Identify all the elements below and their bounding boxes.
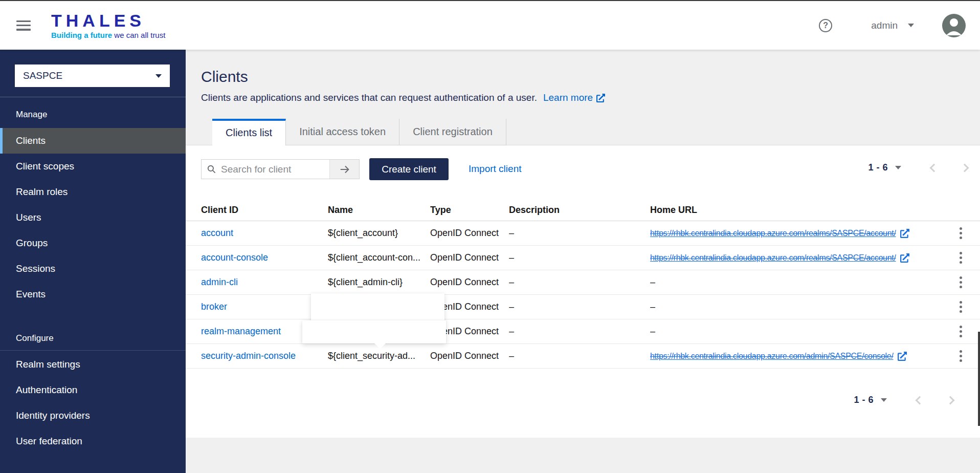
client-id-link[interactable]: admin-cli bbox=[201, 277, 238, 287]
client-description-cell: – bbox=[509, 252, 650, 263]
search-input[interactable] bbox=[221, 164, 324, 175]
sidebar-item-authentication[interactable]: Authentication bbox=[0, 377, 186, 403]
sidebar-item-identity-providers[interactable]: Identity providers bbox=[0, 403, 186, 428]
kebab-menu-button[interactable] bbox=[956, 273, 965, 291]
client-name-cell: ${client_security-ad... bbox=[328, 351, 430, 361]
scrollbar-thumb[interactable] bbox=[978, 332, 980, 426]
kebab-menu-button[interactable] bbox=[956, 249, 965, 267]
previous-page-button[interactable] bbox=[916, 396, 924, 404]
brand-name: THALES bbox=[51, 12, 165, 29]
client-id-link[interactable]: account-console bbox=[201, 252, 268, 263]
clients-list-panel: Create client Import client 1 - 6 Client… bbox=[186, 145, 980, 438]
external-link-icon bbox=[900, 229, 909, 238]
column-header-home-url: Home URL bbox=[650, 205, 946, 216]
tooltip-popup bbox=[311, 293, 444, 320]
external-link-icon bbox=[900, 253, 909, 263]
client-type-cell: OpenID Connect bbox=[430, 252, 509, 263]
home-url-link[interactable]: https://rhbk.centralindia.cloudapp.azure… bbox=[650, 352, 894, 361]
next-page-button[interactable] bbox=[946, 396, 955, 404]
thales-logo: THALES Building a future we can all trus… bbox=[51, 12, 165, 39]
home-url-empty: – bbox=[650, 302, 655, 312]
client-description-cell: – bbox=[509, 351, 650, 361]
tab-initial-access-token[interactable]: Initial access token bbox=[286, 119, 399, 145]
sidebar-item-groups[interactable]: Groups bbox=[0, 230, 186, 256]
client-id-link[interactable]: broker bbox=[201, 302, 227, 312]
learn-more-label: Learn more bbox=[543, 92, 593, 103]
sidebar-item-realm-roles[interactable]: Realm roles bbox=[0, 179, 186, 205]
page-description: Clients are applications and services th… bbox=[201, 92, 537, 103]
external-link-icon bbox=[596, 94, 605, 102]
avatar[interactable] bbox=[942, 14, 966, 37]
pagination-caret-icon[interactable] bbox=[895, 166, 901, 169]
kebab-menu-button[interactable] bbox=[956, 224, 965, 242]
sidebar-item-user-federation[interactable]: User federation bbox=[0, 428, 186, 454]
sidebar-section-configure: Configure bbox=[16, 333, 54, 343]
table-body: account${client_account}OpenID Connect–h… bbox=[186, 221, 980, 369]
client-description-cell: – bbox=[509, 302, 650, 312]
sidebar-item-clients[interactable]: Clients bbox=[0, 128, 186, 154]
client-id-link[interactable]: account bbox=[201, 228, 233, 238]
table-row-account: account${client_account}OpenID Connect–h… bbox=[186, 221, 980, 246]
realm-selector[interactable]: SASPCE bbox=[15, 64, 170, 87]
external-link-icon bbox=[898, 352, 907, 361]
client-name-cell: ${client_admin-cli} bbox=[328, 277, 430, 288]
table-row-account-console: account-console${client_account-con...Op… bbox=[186, 246, 980, 270]
column-header-name: Name bbox=[328, 205, 430, 216]
search-box bbox=[202, 160, 329, 179]
tab-client-registration[interactable]: Client registration bbox=[399, 119, 506, 145]
sidebar-item-realm-settings[interactable]: Realm settings bbox=[0, 352, 186, 377]
next-page-button[interactable] bbox=[961, 163, 969, 172]
client-id-link[interactable]: realm-management bbox=[201, 326, 281, 336]
pagination-range[interactable]: 1 - 6 bbox=[868, 162, 888, 173]
pagination-bottom: 1 - 6 bbox=[854, 395, 953, 405]
pagination-caret-icon[interactable] bbox=[881, 398, 887, 402]
sidebar-divider bbox=[0, 97, 186, 97]
client-type-cell: OpenID Connect bbox=[430, 277, 509, 288]
home-url-link[interactable]: https://rhbk.centralindia.cloudapp.azure… bbox=[650, 229, 896, 238]
learn-more-link[interactable]: Learn more bbox=[543, 92, 605, 103]
kebab-menu-button[interactable] bbox=[956, 298, 965, 316]
tab-clients-list[interactable]: Clients list bbox=[212, 119, 286, 145]
table-header-row: Client IDNameTypeDescriptionHome URL bbox=[186, 200, 980, 221]
client-description-cell: – bbox=[509, 326, 650, 337]
app-header: THALES Building a future we can all trus… bbox=[0, 0, 980, 50]
realm-selector-value: SASPCE bbox=[23, 70, 62, 81]
user-menu-label[interactable]: admin bbox=[871, 20, 898, 31]
sidebar-section-manage: Manage bbox=[16, 110, 47, 120]
brand-tagline: Building a future we can all trust bbox=[51, 31, 165, 39]
sidebar-item-events[interactable]: Events bbox=[0, 282, 186, 307]
pagination-range[interactable]: 1 - 6 bbox=[854, 395, 874, 405]
client-id-link[interactable]: security-admin-console bbox=[201, 351, 296, 361]
sidebar-item-users[interactable]: Users bbox=[0, 205, 186, 230]
create-client-button[interactable]: Create client bbox=[369, 158, 449, 180]
sidebar-item-sessions[interactable]: Sessions bbox=[0, 256, 186, 282]
kebab-menu-button[interactable] bbox=[956, 322, 965, 340]
sidebar-divider bbox=[0, 350, 186, 351]
client-name-cell: ${client_account} bbox=[328, 228, 430, 239]
kebab-menu-button[interactable] bbox=[956, 347, 965, 365]
table-row-admin-cli: admin-cli${client_admin-cli}OpenID Conne… bbox=[186, 270, 980, 295]
home-url-empty: – bbox=[650, 277, 655, 288]
search-icon bbox=[207, 164, 216, 174]
arrow-right-icon bbox=[339, 164, 350, 175]
home-url-link[interactable]: https://rhbk.centralindia.cloudapp.azure… bbox=[650, 253, 896, 263]
import-client-link[interactable]: Import client bbox=[469, 163, 521, 175]
search-submit-button[interactable] bbox=[329, 160, 359, 179]
column-header-client-id: Client ID bbox=[201, 205, 328, 216]
column-header-type: Type bbox=[430, 205, 509, 216]
previous-page-button[interactable] bbox=[930, 163, 939, 172]
client-type-cell: OpenID Connect bbox=[430, 351, 509, 361]
search-group bbox=[201, 159, 360, 179]
sidebar-configure-list: Realm settingsAuthenticationIdentity pro… bbox=[0, 352, 186, 454]
help-icon[interactable]: ? bbox=[819, 19, 832, 32]
sidebar-item-client-scopes[interactable]: Client scopes bbox=[0, 154, 186, 179]
realm-selector-caret-icon bbox=[155, 74, 162, 78]
pagination-top: 1 - 6 bbox=[868, 162, 968, 173]
hamburger-menu-icon[interactable] bbox=[16, 20, 31, 31]
sidebar-manage-list: ClientsClient scopesRealm rolesUsersGrou… bbox=[0, 128, 186, 307]
page-title: Clients bbox=[201, 68, 248, 85]
client-description-cell: – bbox=[509, 228, 650, 239]
column-header-description: Description bbox=[509, 205, 650, 216]
tooltip-popup-with-caret bbox=[302, 320, 446, 343]
user-menu-caret-icon[interactable] bbox=[908, 24, 914, 27]
